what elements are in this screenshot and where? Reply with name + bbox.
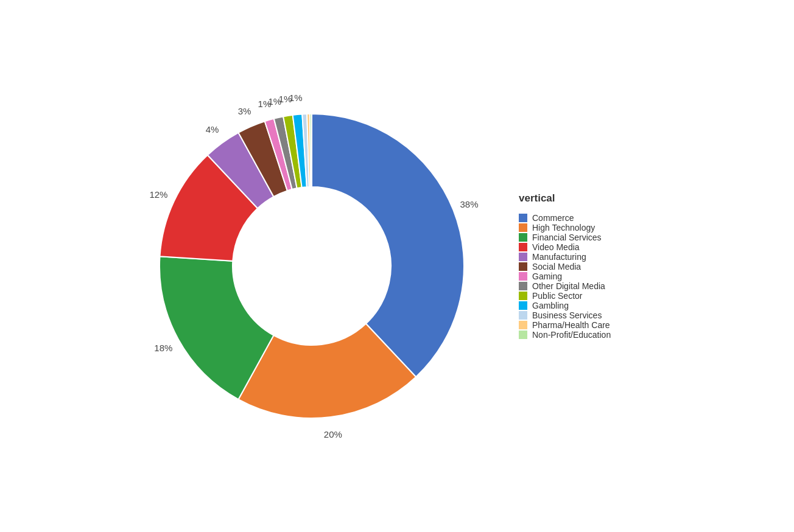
legend-swatch xyxy=(519,311,527,320)
legend-label: Other Digital Media xyxy=(532,281,605,291)
legend-label: Commerce xyxy=(532,213,574,223)
legend-swatch xyxy=(519,301,527,310)
segment-commerce xyxy=(312,114,464,377)
legend-swatch xyxy=(519,262,527,271)
legend-item-manufacturing: Manufacturing xyxy=(519,252,653,262)
donut-chart: 38%20%18%12%4%3%1%1%1%1% xyxy=(141,96,482,436)
legend-item-gambling: Gambling xyxy=(519,301,653,310)
legend-label: High Technology xyxy=(532,223,595,233)
legend-item-public-sector: Public Sector xyxy=(519,291,653,301)
chart-container: 38%20%18%12%4%3%1%1%1%1% vertical Commer… xyxy=(32,16,762,516)
legend-swatch xyxy=(519,223,527,232)
legend-item-video-media: Video Media xyxy=(519,242,653,252)
legend-swatch xyxy=(519,331,527,339)
legend-label: Video Media xyxy=(532,242,580,252)
legend-item-financial: Financial Services xyxy=(519,233,653,242)
legend-swatch xyxy=(519,292,527,300)
legend-label: Gaming xyxy=(532,271,562,281)
legend-swatch xyxy=(519,272,527,281)
legend-label: Financial Services xyxy=(532,233,602,242)
legend-item-gaming: Gaming xyxy=(519,271,653,281)
legend-title: vertical xyxy=(519,192,653,205)
segment-nonprofit xyxy=(310,114,312,187)
legend-label: Non-Profit/Education xyxy=(532,330,611,340)
legend-swatch xyxy=(519,233,527,242)
legend-label: Public Sector xyxy=(532,291,582,301)
legend-item-pharma: Pharma/Health Care xyxy=(519,320,653,330)
legend-item-social-media: Social Media xyxy=(519,262,653,271)
legend-swatch xyxy=(519,243,527,251)
chart-legend: vertical Commerce High Technology Financ… xyxy=(519,192,653,340)
legend-swatch xyxy=(519,282,527,290)
legend-label: Pharma/Health Care xyxy=(532,320,610,330)
legend-label: Social Media xyxy=(532,262,581,271)
legend-swatch xyxy=(519,214,527,222)
legend-label: Business Services xyxy=(532,310,602,320)
legend-item-nonprofit: Non-Profit/Education xyxy=(519,330,653,340)
legend-label: Gambling xyxy=(532,301,569,310)
legend-swatch xyxy=(519,321,527,329)
legend-item-other-digital: Other Digital Media xyxy=(519,281,653,291)
legend-item-high-tech: High Technology xyxy=(519,223,653,233)
legend-item-commerce: Commerce xyxy=(519,213,653,223)
legend-label: Manufacturing xyxy=(532,252,586,262)
legend-swatch xyxy=(519,253,527,261)
legend-item-business-services: Business Services xyxy=(519,310,653,320)
